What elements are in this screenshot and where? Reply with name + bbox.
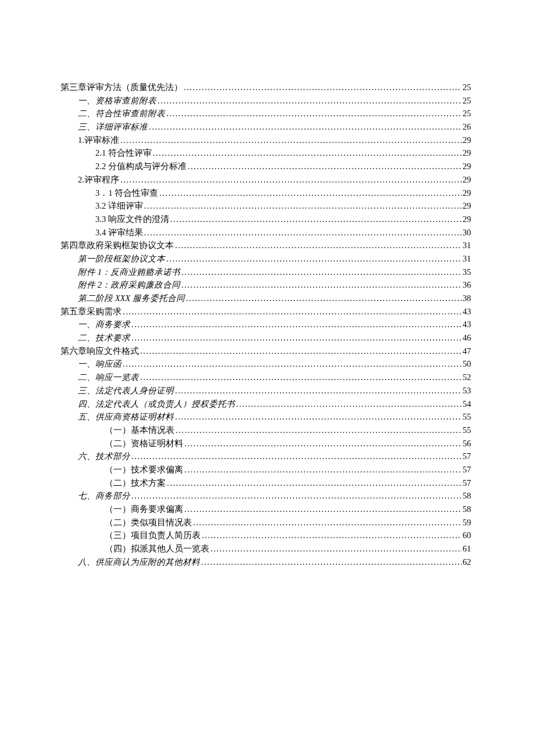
toc-entry-page: 58 [463,505,472,514]
toc-entry: 1.评审标准 29 [60,136,471,145]
toc-entry-page: 36 [463,281,472,289]
toc-entry-title: （一）基本情况表 [105,426,174,435]
toc-entry-page: 57 [463,465,472,474]
toc-entry-page: 29 [463,175,472,184]
toc-leader-dots [188,162,462,171]
toc-leader-dots [166,109,462,118]
toc-entry: （二）技术方案 57 [60,479,471,488]
toc-entry: 第一阶段框架协议文本31 [60,255,471,263]
toc-entry-title: 2.评审程序 [78,175,119,184]
toc-entry: 一、响应函50 [60,360,471,368]
toc-entry-page: 58 [463,492,472,500]
toc-entry: 第四章政府采购框架协议文本31 [60,241,471,250]
toc-entry-page: 50 [463,360,472,368]
toc-leader-dots [131,452,462,461]
toc-entry-title: 第六章响应文件格式 [60,347,139,356]
toc-leader-dots [184,439,462,448]
toc-leader-dots [184,505,462,514]
toc-entry-page: 29 [463,202,472,210]
toc-entry-title: 3.3 响应文件的澄清 [95,215,169,224]
toc-entry-page: 35 [463,268,472,277]
toc-entry: 2.2 分值构成与评分标准29 [60,162,471,171]
toc-entry: 2.评审程序 29 [60,175,471,184]
toc-leader-dots [159,189,461,198]
toc-entry-title: 一、响应函 [78,360,122,368]
toc-entry-title: 3.4 评审结果 [95,228,143,237]
toc-leader-dots [175,413,462,421]
toc-entry-title: 第四章政府采购框架协议文本 [60,241,174,250]
toc-entry-title: 第三章评审方法（质量优先法） [60,83,183,92]
toc-entry-title: 附件 1：反商业贿赂承诺书 [78,268,180,277]
toc-leader-dots [120,136,462,145]
toc-entry: 二、符合性审查前附表25 [60,109,471,118]
toc-entry-page: 54 [463,400,472,409]
toc-leader-dots [131,320,462,329]
toc-leader-dots [175,386,462,395]
toc-entry-title: 八、供应商认为应附的其他材料 [78,558,200,567]
toc-entry-title: 第二阶段 XXX 服务委托合同 [78,294,185,303]
toc-leader-dots [176,426,462,435]
toc-entry: （一）技术要求偏离 57 [60,465,471,474]
toc-entry-title: 3.2 详细评审 [95,202,143,210]
toc-leader-dots [193,518,462,527]
toc-entry-page: 26 [463,123,472,131]
toc-leader-dots [175,241,462,250]
toc-leader-dots [181,268,462,277]
toc-leader-dots [186,294,462,303]
toc-entry: 3.3 响应文件的澄清 29 [60,215,471,224]
toc-entry-page: 29 [463,189,472,198]
toc-leader-dots [170,215,462,224]
toc-leader-dots [184,83,462,92]
toc-entry-title: 五、供应商资格证明材料 [78,413,174,421]
toc-container: 第三章评审方法（质量优先法）25一、资格审查前附表25二、符合性审查前附表25三… [60,83,471,566]
toc-entry-page: 57 [463,452,472,461]
toc-entry-page: 29 [463,136,472,145]
toc-entry: 七、商务部分58 [60,492,471,500]
toc-entry: 五、供应商资格证明材料55 [60,413,471,421]
toc-entry: 3．1 符合性审查 29 [60,189,471,198]
toc-entry: 三、法定代表人身份证明53 [60,386,471,395]
toc-leader-dots [131,334,462,342]
toc-leader-dots [158,96,462,105]
toc-entry: （二）类似项目情况表 59 [60,518,471,527]
toc-leader-dots [131,492,462,500]
toc-entry-title: 附件 2：政府采购廉政合同 [78,281,180,289]
toc-leader-dots [167,479,462,488]
toc-entry-title: 一、商务要求 [78,320,130,329]
toc-entry-page: 43 [463,320,472,329]
toc-leader-dots [153,149,462,157]
toc-entry-page: 29 [463,149,472,157]
toc-entry-page: 43 [463,307,472,316]
toc-entry-page: 31 [463,241,472,250]
toc-entry-title: （三）项目负责人简历表 [105,531,201,540]
toc-entry-title: 2.1 符合性评审 [95,149,152,157]
toc-entry: 3.2 详细评审 29 [60,202,471,210]
toc-entry: 3.4 评审结果 30 [60,228,471,237]
toc-entry-page: 55 [463,413,472,421]
toc-entry-page: 25 [463,83,472,92]
toc-entry-page: 29 [463,215,472,224]
toc-entry-page: 60 [463,531,472,540]
toc-leader-dots [123,360,462,368]
toc-entry-title: （一）商务要求偏离 [105,505,183,514]
toc-entry-title: 2.2 分值构成与评分标准 [95,162,187,171]
toc-entry-title: 二、技术要求 [78,334,130,342]
toc-leader-dots [201,558,462,567]
toc-leader-dots [211,544,462,553]
toc-entry-page: 62 [463,558,472,567]
toc-entry-title: 三、法定代表人身份证明 [78,386,174,395]
toc-entry-title: 二、符合性审查前附表 [78,109,165,118]
toc-entry-title: 三、详细评审标准 [78,123,148,131]
toc-entry: 第五章采购需求43 [60,307,471,316]
toc-entry: （四）拟派其他人员一览表 61 [60,544,471,553]
toc-entry: 一、商务要求43 [60,320,471,329]
toc-entry-title: 第五章采购需求 [60,307,122,316]
toc-entry-title: （二）资格证明材料 [105,439,183,448]
toc-entry: 第二阶段 XXX 服务委托合同 38 [60,294,471,303]
toc-entry-page: 30 [463,228,472,237]
toc-leader-dots [140,373,462,382]
toc-entry: 六、技术部分57 [60,452,471,461]
toc-entry-page: 38 [463,294,472,303]
toc-entry-page: 61 [463,544,472,553]
toc-entry-page: 47 [463,347,472,356]
